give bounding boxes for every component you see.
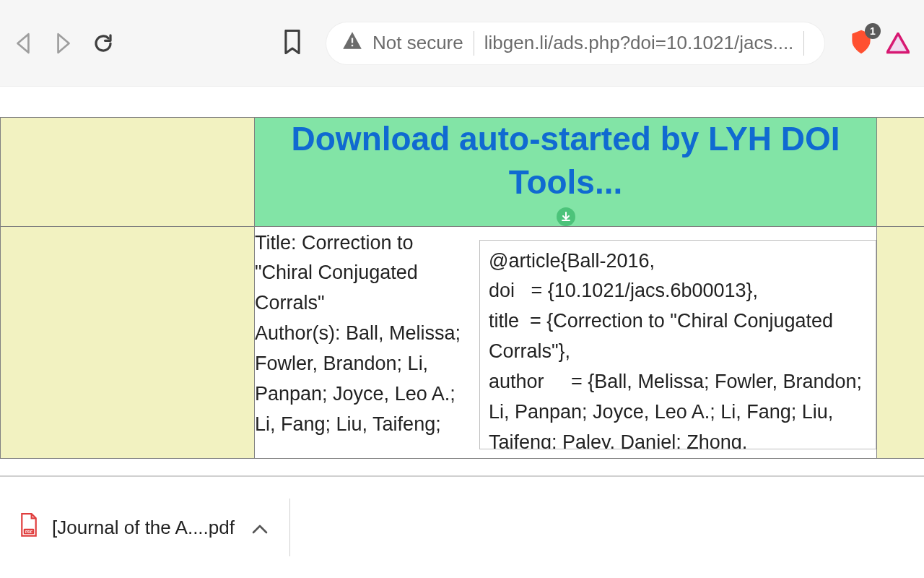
nav-group xyxy=(14,33,114,54)
reload-button[interactable] xyxy=(92,33,114,54)
svg-text:PDF: PDF xyxy=(25,529,32,533)
bibtex-textarea[interactable] xyxy=(479,240,876,449)
forward-button[interactable] xyxy=(53,33,72,54)
side-cell-left-2 xyxy=(1,226,255,458)
download-filename: [Journal of the A....pdf xyxy=(52,517,235,539)
warning-icon xyxy=(342,31,362,55)
brave-rewards-button[interactable] xyxy=(886,33,910,54)
address-bar-divider xyxy=(474,31,474,56)
browser-toolbar: Not secure libgen.li/ads.php?doi=10.1021… xyxy=(0,0,924,87)
content-cell: Title: Correction to "Chiral Conjugated … xyxy=(255,226,877,458)
download-banner-link[interactable]: Download auto-started by LYH DOI Tools..… xyxy=(255,118,876,204)
brave-shields-button[interactable]: 1 xyxy=(850,29,872,58)
shield-badge: 1 xyxy=(865,23,881,39)
bookmark-button[interactable] xyxy=(283,30,302,57)
chevron-up-icon[interactable] xyxy=(252,517,268,539)
security-status-label: Not secure xyxy=(372,32,463,54)
downloads-bar: PDF [Journal of the A....pdf xyxy=(0,475,924,578)
shield-icon xyxy=(850,45,872,57)
content-row: Title: Correction to "Chiral Conjugated … xyxy=(1,226,925,458)
pdf-icon: PDF xyxy=(19,513,39,543)
banner-row: Download auto-started by LYH DOI Tools..… xyxy=(1,118,925,227)
svg-rect-1 xyxy=(352,45,353,46)
download-item[interactable]: PDF [Journal of the A....pdf xyxy=(19,499,290,556)
url-text: libgen.li/ads.php?doi=10.1021/jacs.... xyxy=(484,32,794,54)
svg-rect-0 xyxy=(352,38,353,43)
article-metadata: Title: Correction to "Chiral Conjugated … xyxy=(255,227,468,458)
toolbar-right: 1 xyxy=(850,29,910,58)
download-icon[interactable] xyxy=(557,207,575,226)
side-cell-left xyxy=(1,118,255,227)
back-button[interactable] xyxy=(14,33,33,54)
address-bar[interactable]: Not secure libgen.li/ads.php?doi=10.1021… xyxy=(326,22,824,64)
side-cell-right-2 xyxy=(877,226,925,458)
banner-cell: Download auto-started by LYH DOI Tools..… xyxy=(255,118,877,227)
side-cell-right xyxy=(877,118,925,227)
page-content: Download auto-started by LYH DOI Tools..… xyxy=(0,87,924,475)
address-bar-divider-right xyxy=(803,31,804,56)
layout-table: Download auto-started by LYH DOI Tools..… xyxy=(0,117,924,459)
